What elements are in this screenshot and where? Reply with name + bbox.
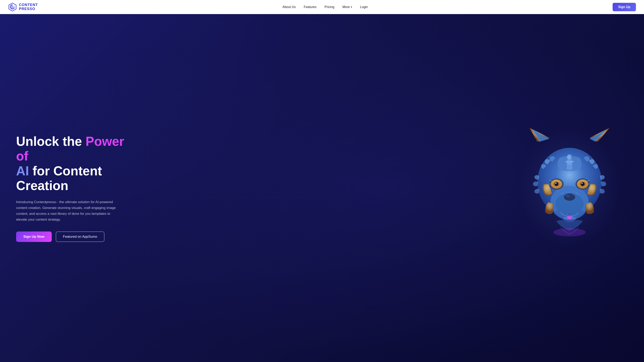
more-label: More — [342, 5, 350, 9]
svg-point-20 — [554, 182, 558, 186]
signup-button[interactable]: Sign Up — [612, 3, 636, 11]
svg-line-2 — [14, 6, 15, 6]
svg-point-27 — [580, 182, 585, 186]
logo-name-line2: PRESSO — [19, 7, 38, 11]
wolf-svg — [517, 126, 622, 250]
nav-item-login[interactable]: Login — [360, 5, 368, 9]
hero-title: Unlock the Power of AI for Content Creat… — [16, 134, 137, 193]
more-dropdown[interactable]: More ▾ — [342, 5, 352, 9]
robot-wolf-image — [511, 120, 628, 256]
hero-section: Unlock the Power of AI for Content Creat… — [0, 14, 644, 362]
hero-title-creation: Creation — [16, 178, 68, 193]
nav-item-about[interactable]: About Us — [282, 5, 296, 9]
svg-point-34 — [569, 213, 570, 215]
hero-title-part3: for Content — [29, 164, 102, 178]
logo[interactable]: CONTENT PRESSO — [8, 2, 38, 11]
nav-link-about[interactable]: About Us — [282, 5, 296, 9]
svg-line-3 — [14, 7, 15, 8]
chevron-down-icon: ▾ — [351, 6, 352, 8]
svg-point-1 — [12, 6, 13, 7]
logo-text: CONTENT PRESSO — [19, 3, 38, 11]
nav-link-login[interactable]: Login — [360, 5, 368, 9]
hero-description: Introducing Contentpresso - the ultimate… — [16, 199, 117, 223]
hero-buttons: Sign Up Now Featured on AppSumo — [16, 232, 137, 242]
navbar: CONTENT PRESSO About Us Features Pricing… — [0, 0, 644, 14]
nav-link-pricing[interactable]: Pricing — [324, 5, 334, 9]
signup-now-button[interactable]: Sign Up Now — [16, 232, 52, 242]
svg-point-28 — [581, 183, 583, 184]
nav-links: About Us Features Pricing More ▾ Login — [282, 5, 368, 9]
svg-point-21 — [555, 183, 557, 184]
hero-title-highlight-ai: AI — [16, 164, 29, 178]
nav-item-more[interactable]: More ▾ — [342, 5, 352, 9]
svg-rect-11 — [566, 161, 574, 162]
svg-rect-12 — [567, 163, 572, 164]
logo-icon — [8, 2, 17, 11]
svg-point-35 — [554, 228, 586, 236]
nav-link-features[interactable]: Features — [304, 5, 316, 9]
hero-image-container — [511, 120, 628, 256]
hero-content: Unlock the Power of AI for Content Creat… — [16, 134, 137, 242]
appsumo-button[interactable]: Featured on AppSumo — [56, 232, 104, 242]
nav-item-features[interactable]: Features — [304, 5, 316, 9]
logo-name-line1: CONTENT — [19, 3, 38, 7]
nav-item-pricing[interactable]: Pricing — [324, 5, 334, 9]
hero-title-part1: Unlock the — [16, 134, 86, 149]
